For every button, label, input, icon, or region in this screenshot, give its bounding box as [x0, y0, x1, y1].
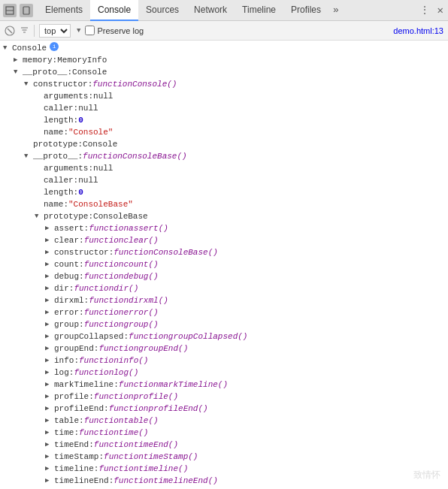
proto-consolebase-line[interactable]: __proto__ : function ConsoleBase()	[0, 150, 448, 162]
assert-line[interactable]: assert : function assert()	[0, 222, 448, 234]
console-root-label: Console	[12, 42, 47, 54]
info-line[interactable]: info : function info()	[0, 355, 448, 367]
prototype-consolebase-arrow[interactable]	[35, 210, 42, 222]
log-line[interactable]: log : function log()	[0, 367, 448, 379]
tab-elements[interactable]: Elements	[38, 0, 90, 21]
devtools-icons	[3, 4, 33, 17]
prototype-console-line: prototype : Console	[0, 138, 448, 150]
count-arrow[interactable]	[45, 258, 53, 270]
arguments-null-1: arguments : null	[0, 90, 448, 102]
preserve-log-label[interactable]: Preserve log	[85, 26, 144, 35]
debug-arrow[interactable]	[45, 270, 53, 282]
table-line[interactable]: table : function table()	[0, 415, 448, 427]
tab-profiles[interactable]: Profiles	[283, 0, 328, 21]
device-icon[interactable]	[20, 4, 33, 17]
tab-bar: Elements Console Sources Network Timelin…	[0, 0, 448, 21]
error-line[interactable]: error : function error()	[0, 306, 448, 318]
marktimeline-line[interactable]: markTimeline : function markTimeline()	[0, 379, 448, 391]
log-arrow[interactable]	[45, 367, 53, 379]
groupcollapsed-arrow[interactable]	[45, 331, 53, 343]
constructor-console-arrow[interactable]	[24, 78, 32, 90]
tab-network[interactable]: Network	[186, 0, 235, 21]
timestamp-arrow[interactable]	[45, 451, 53, 463]
tab-timeline[interactable]: Timeline	[235, 0, 283, 21]
tab-console[interactable]: Console	[90, 0, 138, 21]
prototype-consolebase-line[interactable]: prototype : ConsoleBase	[0, 210, 448, 222]
timelineend-arrow[interactable]	[45, 475, 53, 487]
length-0-2: length : 0	[0, 186, 448, 198]
console-info-icon[interactable]: i	[50, 42, 59, 51]
constructor-console-line[interactable]: constructor : function Console()	[0, 78, 448, 90]
context-selector[interactable]: top	[39, 24, 71, 38]
memory-line[interactable]: memory : MemoryInfo	[0, 54, 448, 66]
profileend-arrow[interactable]	[45, 403, 53, 415]
tab-actions: ⋮ ✕	[418, 2, 445, 18]
memory-arrow[interactable]	[14, 54, 21, 66]
filter-icon[interactable]	[20, 26, 29, 35]
source-link[interactable]: demo.html:13	[393, 26, 443, 35]
console-content: Console i memory : MemoryInfo __proto__ …	[0, 41, 448, 489]
timeend-line[interactable]: timeEnd : function timeEnd()	[0, 439, 448, 451]
timeend-arrow[interactable]	[45, 439, 53, 451]
group-arrow[interactable]	[45, 318, 53, 331]
timestamp-line[interactable]: timeStamp : function timeStamp()	[0, 451, 448, 463]
assert-arrow[interactable]	[45, 222, 53, 234]
toolbar: top ▼ Preserve log demo.html:13	[0, 21, 448, 41]
root-arrow[interactable]	[3, 42, 11, 54]
caller-null-2: caller : null	[0, 174, 448, 186]
count-line[interactable]: count : function count()	[0, 258, 448, 270]
timelineend-line[interactable]: timelineEnd : function timelineEnd()	[0, 475, 448, 487]
timeline-arrow[interactable]	[45, 463, 53, 475]
svg-rect-2	[23, 7, 29, 14]
groupcollapsed-line[interactable]: groupCollapsed : function groupCollapsed…	[0, 331, 448, 343]
length-0-1: length : 0	[0, 114, 448, 126]
arguments-null-2: arguments : null	[0, 162, 448, 174]
dir-line[interactable]: dir : function dir()	[0, 282, 448, 294]
proto-console-line[interactable]: __proto__ : Console	[0, 66, 448, 78]
profile-line[interactable]: profile : function profile()	[0, 391, 448, 403]
constructor-consolebase-line[interactable]: constructor : function ConsoleBase()	[0, 246, 448, 258]
time-arrow[interactable]	[45, 427, 53, 439]
close-icon[interactable]: ✕	[436, 2, 445, 18]
dirxml-line[interactable]: dirxml : function dirxml()	[0, 294, 448, 306]
groupend-line[interactable]: groupEnd : function groupEnd()	[0, 343, 448, 355]
caller-null-1: caller : null	[0, 102, 448, 114]
info-arrow[interactable]	[45, 355, 53, 367]
tab-more-button[interactable]: »	[330, 3, 342, 17]
profileend-line[interactable]: profileEnd : function profileEnd()	[0, 403, 448, 415]
dropdown-arrow-icon[interactable]: ▼	[77, 27, 80, 35]
inspect-icon[interactable]	[3, 4, 17, 17]
watermark: 致情怀	[413, 469, 440, 481]
marktimeline-arrow[interactable]	[45, 379, 53, 391]
constructor-consolebase-arrow[interactable]	[45, 246, 53, 258]
groupend-arrow[interactable]	[45, 343, 53, 355]
svg-line-4	[8, 29, 12, 33]
proto-consolebase-arrow[interactable]	[24, 150, 32, 162]
table-arrow[interactable]	[45, 415, 53, 427]
more-options-icon[interactable]: ⋮	[418, 2, 431, 18]
time-line[interactable]: time : function time()	[0, 427, 448, 439]
clear-arrow[interactable]	[45, 234, 53, 246]
debug-line[interactable]: debug : function debug()	[0, 270, 448, 282]
group-line[interactable]: group : function group()	[0, 318, 448, 331]
proto-console-arrow[interactable]	[14, 66, 21, 78]
preserve-log-checkbox[interactable]	[85, 26, 95, 35]
profile-arrow[interactable]	[45, 391, 53, 403]
name-console-1: name : "Console"	[0, 126, 448, 138]
clear-line[interactable]: clear : function clear()	[0, 234, 448, 246]
dirxml-arrow[interactable]	[45, 294, 53, 306]
toolbar-separator	[34, 25, 35, 37]
console-root[interactable]: Console i	[0, 42, 448, 54]
error-arrow[interactable]	[45, 306, 53, 318]
name-consolebase: name : "ConsoleBase"	[0, 198, 448, 210]
dir-arrow[interactable]	[45, 282, 53, 294]
timeline-line[interactable]: timeline : function timeline()	[0, 463, 448, 475]
clear-console-icon[interactable]	[5, 26, 15, 36]
tab-sources[interactable]: Sources	[138, 0, 186, 21]
